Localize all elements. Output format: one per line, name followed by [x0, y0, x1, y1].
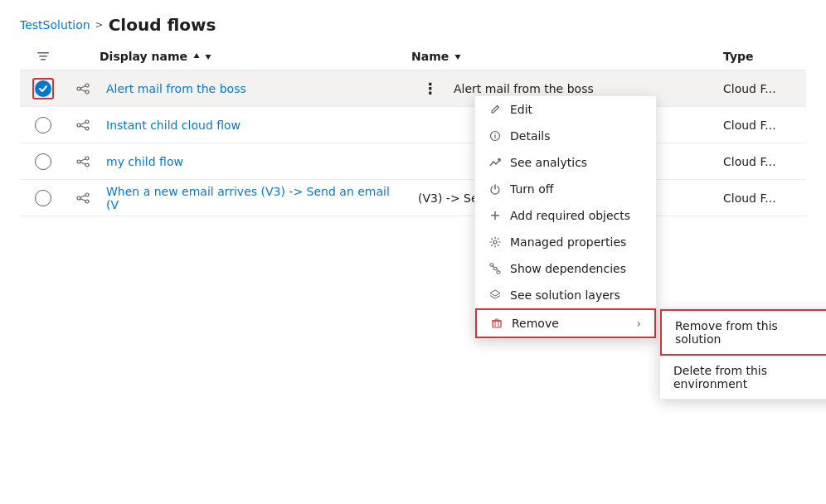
row2-type: Cloud F... [723, 119, 806, 132]
svg-line-33 [80, 162, 85, 163]
submenu-delete-env[interactable]: Delete from this environment [660, 356, 826, 399]
svg-line-6 [80, 85, 85, 87]
breadcrumb: TestSolution > Cloud flows [0, 0, 826, 43]
row1-checkbox[interactable] [35, 80, 51, 97]
row3-type: Cloud F... [723, 155, 806, 168]
menu-solution-layers-label: See solution layers [510, 288, 620, 302]
row4-checkbox-cell [20, 190, 66, 206]
table-row: Instant child cloud flow Cloud F... [20, 107, 806, 143]
row2-checkbox[interactable] [35, 117, 51, 133]
svg-line-32 [80, 158, 85, 160]
row4-display-name[interactable]: When a new email arrives (V3) -> Send an… [106, 185, 405, 211]
row1-more-actions[interactable]: ⋮ [418, 78, 444, 99]
menu-item-dependencies[interactable]: Show dependencies [475, 255, 656, 282]
gear-icon [488, 236, 502, 248]
context-menu: Edit Details [474, 95, 657, 339]
name-sort-icon [453, 51, 463, 61]
chart-icon [488, 157, 502, 168]
svg-point-4 [85, 84, 89, 87]
svg-rect-14 [490, 264, 493, 266]
breadcrumb-separator: > [95, 19, 104, 31]
menu-add-required-label: Add required objects [510, 209, 630, 222]
list-filter-icon[interactable] [36, 50, 50, 63]
menu-item-edit[interactable]: Edit [475, 96, 656, 123]
row3-display-name-cell: my child flow [100, 155, 411, 168]
table-row: my child flow Cloud F... [20, 143, 806, 180]
submenu-arrow-icon: › [636, 317, 641, 330]
row1-display-name[interactable]: Alert mail from the boss [106, 82, 246, 95]
row2-display-name-cell: Instant child cloud flow [100, 119, 411, 132]
svg-rect-1 [39, 56, 47, 57]
check-icon [38, 84, 48, 94]
svg-point-13 [493, 240, 497, 244]
row1-flow-icon [66, 82, 100, 95]
svg-point-25 [85, 120, 89, 124]
svg-point-31 [85, 163, 89, 167]
svg-rect-15 [493, 268, 497, 270]
info-icon [488, 130, 502, 142]
header-checkbox-cell [20, 50, 66, 63]
row2-display-name[interactable]: Instant child cloud flow [106, 119, 241, 132]
menu-dependencies-label: Show dependencies [510, 262, 626, 275]
row3-checkbox[interactable] [35, 153, 51, 170]
svg-point-3 [77, 87, 80, 90]
svg-point-26 [85, 127, 89, 130]
row1-name-value: Alert mail from the boss [447, 82, 600, 95]
menu-analytics-label: See analytics [510, 156, 587, 169]
svg-marker-19 [490, 290, 500, 296]
remove-submenu: Remove from this solution Delete from th… [659, 308, 826, 400]
trash-icon [490, 317, 503, 329]
power-icon [488, 183, 502, 195]
svg-point-35 [85, 193, 89, 196]
row1-checkbox-cell [20, 78, 66, 99]
row3-flow-icon [66, 155, 100, 168]
row2-checkbox-cell [20, 117, 66, 133]
svg-point-29 [77, 160, 80, 163]
row4-checkbox[interactable] [35, 190, 51, 206]
header-name[interactable]: Name [411, 50, 723, 63]
plus-icon [488, 210, 502, 221]
svg-rect-9 [494, 135, 495, 138]
menu-remove-label: Remove [512, 317, 559, 330]
menu-item-remove[interactable]: Remove › Remove from this solution Delet… [475, 308, 656, 338]
row3-checkbox-cell [20, 153, 66, 170]
svg-point-10 [494, 133, 495, 134]
table-header: Display name Name Type [20, 43, 806, 70]
svg-point-24 [77, 124, 80, 127]
row1-display-name-cell: Alert mail from the boss [100, 82, 411, 95]
submenu-remove-solution[interactable]: Remove from this solution [660, 309, 826, 356]
row1-checkbox-border [32, 78, 54, 99]
svg-point-36 [85, 200, 89, 203]
pencil-icon [488, 104, 502, 115]
header-display-name[interactable]: Display name [100, 50, 411, 63]
svg-point-34 [77, 196, 80, 200]
menu-turnoff-label: Turn off [510, 182, 553, 196]
header-type: Type [723, 50, 806, 63]
display-name-label: Display name [100, 50, 187, 63]
svg-point-30 [85, 157, 89, 160]
row1-type: Cloud F... [723, 82, 806, 95]
svg-point-5 [85, 90, 89, 94]
flow-icon [76, 82, 90, 95]
menu-item-add-required[interactable]: Add required objects [475, 202, 656, 229]
svg-rect-0 [37, 52, 49, 54]
name-label: Name [411, 50, 449, 63]
menu-item-turnoff[interactable]: Turn off [475, 176, 656, 202]
row3-display-name[interactable]: my child flow [106, 155, 183, 168]
row4-display-name-cell: When a new email arrives (V3) -> Send an… [100, 185, 411, 211]
menu-item-analytics[interactable]: See analytics [475, 149, 656, 176]
svg-rect-20 [493, 321, 501, 327]
svg-line-38 [80, 198, 85, 200]
sort-desc-icon [203, 51, 213, 61]
breadcrumb-current: Cloud flows [109, 15, 216, 35]
menu-item-details[interactable]: Details [475, 123, 656, 149]
svg-rect-2 [41, 59, 46, 61]
menu-edit-label: Edit [510, 103, 532, 116]
menu-item-managed[interactable]: Managed properties [475, 229, 656, 255]
flow-icon [76, 119, 90, 132]
breadcrumb-parent[interactable]: TestSolution [20, 18, 90, 32]
table-container: Display name Name Type [0, 43, 826, 216]
flow-icon [76, 155, 90, 168]
menu-details-label: Details [510, 129, 551, 143]
menu-item-solution-layers[interactable]: See solution layers [475, 282, 656, 308]
